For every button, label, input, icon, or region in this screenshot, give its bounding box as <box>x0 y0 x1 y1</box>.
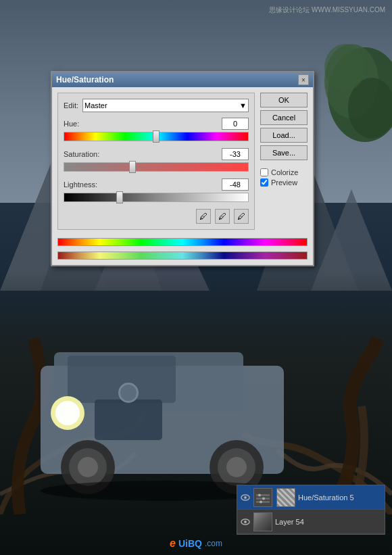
cancel-button[interactable]: Cancel <box>260 110 308 125</box>
layer-row-hue-saturation[interactable]: Hue/Saturation 5 <box>237 485 385 510</box>
colorize-checkbox[interactable] <box>260 168 268 176</box>
layer-name-2: Layer 54 <box>275 518 382 526</box>
lightness-value[interactable]: -48 <box>222 178 249 191</box>
svg-rect-30 <box>256 501 270 503</box>
edit-select[interactable]: Master ▼ <box>82 99 249 112</box>
dialog-close-button[interactable]: × <box>298 74 309 85</box>
colorize-row: Colorize <box>260 168 308 176</box>
svg-point-20 <box>78 457 98 477</box>
layer-visibility-icon-1[interactable] <box>240 492 251 503</box>
layers-panel: Hue/Saturation 5 Layer 54 <box>237 485 385 535</box>
watermark-bottom: e UiBQ .com <box>170 537 222 550</box>
svg-point-32 <box>262 497 265 500</box>
svg-point-23 <box>226 457 247 477</box>
hue-track[interactable] <box>64 132 249 141</box>
svg-point-14 <box>55 401 80 425</box>
watermark-top: 思缘设计论坛 WWW.MISSYUAN.COM <box>269 5 385 15</box>
dialog-titlebar: Hue/Saturation × <box>52 72 313 87</box>
watermark-com: .com <box>205 539 222 548</box>
watermark-uibq: UiBQ <box>178 538 202 549</box>
lightness-track[interactable] <box>64 193 249 202</box>
colorize-label: Colorize <box>271 168 298 176</box>
eyedropper-row: 🖊 🖊 🖊 <box>64 209 249 224</box>
lightness-label: Lightness: <box>64 180 97 189</box>
saturation-label: Saturation: <box>64 150 99 158</box>
hue-slider-row: Hue: 0 <box>64 118 249 141</box>
hue-label: Hue: <box>64 120 79 128</box>
layer-thumb-54 <box>253 512 272 531</box>
preview-label: Preview <box>271 178 297 187</box>
color-bar-top <box>57 238 308 246</box>
edit-row: Edit: Master ▼ <box>64 99 249 112</box>
eyedropper-button-2[interactable]: 🖊 <box>215 209 230 224</box>
layer-thumb-mask <box>276 488 295 507</box>
right-tree-foliage <box>311 41 392 230</box>
color-bar-bottom <box>57 251 308 260</box>
dialog-title: Hue/Saturation <box>56 75 114 85</box>
load-button[interactable]: Load... <box>260 128 308 143</box>
edit-label: Edit: <box>64 101 78 110</box>
hue-saturation-dialog: Hue/Saturation × Edit: Master ▼ Hue: 0 <box>51 71 314 266</box>
preview-checkbox[interactable] <box>260 178 268 187</box>
svg-point-9 <box>324 44 365 91</box>
saturation-track[interactable] <box>64 162 249 172</box>
saturation-thumb[interactable] <box>129 161 136 173</box>
svg-rect-15 <box>95 400 162 440</box>
dialog-main-panel: Edit: Master ▼ Hue: 0 Saturation <box>57 93 255 230</box>
layer-visibility-icon-2[interactable] <box>240 516 251 527</box>
dialog-buttons-panel: OK Cancel Load... Save... Colorize Previ… <box>260 93 308 230</box>
svg-point-26 <box>244 496 247 499</box>
eyedropper-button-3[interactable]: 🖊 <box>234 209 249 224</box>
dialog-body: Edit: Master ▼ Hue: 0 Saturation <box>52 87 313 235</box>
layer-thumb-adjustment <box>253 488 272 507</box>
save-button[interactable]: Save... <box>260 145 308 160</box>
layer-name-1: Hue/Saturation 5 <box>298 493 382 502</box>
car-svg <box>14 325 338 501</box>
svg-point-35 <box>244 521 247 523</box>
saturation-value[interactable]: -33 <box>222 148 249 160</box>
preview-row: Preview <box>260 178 308 187</box>
lightness-thumb[interactable] <box>116 191 123 203</box>
lightness-slider-row: Lightness: -48 <box>64 178 249 202</box>
watermark-top-text: 思缘设计论坛 WWW.MISSYUAN.COM <box>269 6 385 14</box>
svg-point-17 <box>120 385 137 401</box>
layer-row-54[interactable]: Layer 54 <box>237 510 385 534</box>
watermark-e: e <box>170 537 176 550</box>
hue-value[interactable]: 0 <box>222 118 249 130</box>
ok-button[interactable]: OK <box>260 93 308 107</box>
svg-point-33 <box>260 500 262 503</box>
hue-thumb[interactable] <box>153 130 160 143</box>
svg-point-31 <box>258 493 261 496</box>
saturation-slider-row: Saturation: -33 <box>64 148 249 172</box>
checkbox-area: Colorize Preview <box>260 168 308 189</box>
eyedropper-button-1[interactable]: 🖊 <box>196 209 211 224</box>
